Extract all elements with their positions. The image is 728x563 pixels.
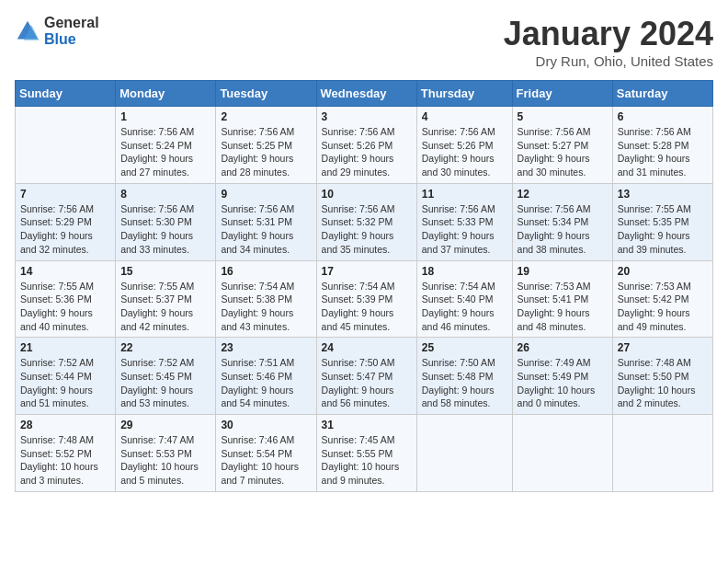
calendar-cell: 17Sunrise: 7:54 AM Sunset: 5:39 PM Dayli… bbox=[316, 260, 416, 338]
calendar-cell: 19Sunrise: 7:53 AM Sunset: 5:41 PM Dayli… bbox=[512, 260, 612, 338]
day-info: Sunrise: 7:56 AM Sunset: 5:28 PM Dayligh… bbox=[618, 125, 708, 179]
day-number: 19 bbox=[518, 265, 608, 278]
weekday-header-monday: Monday bbox=[116, 81, 216, 107]
day-info: Sunrise: 7:55 AM Sunset: 5:36 PM Dayligh… bbox=[20, 280, 110, 334]
day-info: Sunrise: 7:54 AM Sunset: 5:40 PM Dayligh… bbox=[422, 280, 507, 334]
day-number: 3 bbox=[322, 110, 412, 123]
calendar-cell: 1Sunrise: 7:56 AM Sunset: 5:24 PM Daylig… bbox=[116, 107, 216, 184]
day-info: Sunrise: 7:54 AM Sunset: 5:39 PM Dayligh… bbox=[322, 280, 412, 334]
logo: General Blue bbox=[15, 15, 99, 48]
calendar-cell: 11Sunrise: 7:56 AM Sunset: 5:33 PM Dayli… bbox=[416, 183, 512, 260]
weekday-header-row: SundayMondayTuesdayWednesdayThursdayFrid… bbox=[16, 81, 713, 107]
day-number: 23 bbox=[221, 341, 311, 354]
day-info: Sunrise: 7:56 AM Sunset: 5:29 PM Dayligh… bbox=[20, 202, 110, 257]
day-number: 11 bbox=[422, 188, 507, 201]
day-info: Sunrise: 7:46 AM Sunset: 5:54 PM Dayligh… bbox=[221, 433, 311, 488]
day-number: 16 bbox=[221, 265, 311, 278]
day-number: 27 bbox=[618, 341, 708, 354]
calendar-cell: 30Sunrise: 7:46 AM Sunset: 5:54 PM Dayli… bbox=[216, 415, 316, 492]
day-info: Sunrise: 7:55 AM Sunset: 5:37 PM Dayligh… bbox=[120, 280, 210, 334]
day-number: 31 bbox=[322, 419, 412, 431]
day-number: 24 bbox=[322, 341, 412, 354]
calendar-title: January 2024 bbox=[504, 15, 713, 53]
calendar-cell: 2Sunrise: 7:56 AM Sunset: 5:25 PM Daylig… bbox=[216, 107, 316, 184]
calendar-cell: 29Sunrise: 7:47 AM Sunset: 5:53 PM Dayli… bbox=[116, 415, 216, 492]
calendar-cell: 24Sunrise: 7:50 AM Sunset: 5:47 PM Dayli… bbox=[316, 338, 416, 415]
calendar-cell: 12Sunrise: 7:56 AM Sunset: 5:34 PM Dayli… bbox=[512, 183, 612, 260]
day-info: Sunrise: 7:50 AM Sunset: 5:47 PM Dayligh… bbox=[322, 356, 412, 410]
calendar-cell: 28Sunrise: 7:48 AM Sunset: 5:52 PM Dayli… bbox=[16, 415, 116, 492]
calendar-cell: 14Sunrise: 7:55 AM Sunset: 5:36 PM Dayli… bbox=[16, 260, 116, 338]
day-number: 4 bbox=[422, 110, 507, 123]
day-number: 17 bbox=[322, 265, 412, 278]
day-number: 30 bbox=[221, 419, 311, 431]
calendar-week-2: 7Sunrise: 7:56 AM Sunset: 5:29 PM Daylig… bbox=[16, 183, 713, 260]
calendar-cell bbox=[612, 415, 712, 492]
logo-text: General Blue bbox=[44, 15, 99, 48]
calendar-cell: 23Sunrise: 7:51 AM Sunset: 5:46 PM Dayli… bbox=[216, 338, 316, 415]
calendar-week-3: 14Sunrise: 7:55 AM Sunset: 5:36 PM Dayli… bbox=[16, 260, 713, 338]
day-info: Sunrise: 7:56 AM Sunset: 5:33 PM Dayligh… bbox=[422, 202, 507, 257]
calendar-cell: 13Sunrise: 7:55 AM Sunset: 5:35 PM Dayli… bbox=[612, 183, 712, 260]
weekday-header-wednesday: Wednesday bbox=[316, 81, 416, 107]
calendar-cell bbox=[512, 415, 612, 492]
day-info: Sunrise: 7:52 AM Sunset: 5:45 PM Dayligh… bbox=[120, 356, 210, 410]
calendar-cell: 16Sunrise: 7:54 AM Sunset: 5:38 PM Dayli… bbox=[216, 260, 316, 338]
day-number: 2 bbox=[221, 110, 311, 123]
calendar-cell: 6Sunrise: 7:56 AM Sunset: 5:28 PM Daylig… bbox=[612, 107, 712, 184]
page-header: General Blue January 2024 Dry Run, Ohio,… bbox=[15, 15, 713, 69]
day-number: 15 bbox=[120, 265, 210, 278]
calendar-cell: 26Sunrise: 7:49 AM Sunset: 5:49 PM Dayli… bbox=[512, 338, 612, 415]
day-number: 14 bbox=[20, 265, 110, 278]
weekday-header-saturday: Saturday bbox=[612, 81, 712, 107]
day-number: 26 bbox=[518, 341, 608, 354]
calendar-cell: 4Sunrise: 7:56 AM Sunset: 5:26 PM Daylig… bbox=[416, 107, 512, 184]
calendar-week-1: 1Sunrise: 7:56 AM Sunset: 5:24 PM Daylig… bbox=[16, 107, 713, 184]
day-info: Sunrise: 7:51 AM Sunset: 5:46 PM Dayligh… bbox=[221, 356, 311, 410]
weekday-header-friday: Friday bbox=[512, 81, 612, 107]
day-info: Sunrise: 7:54 AM Sunset: 5:38 PM Dayligh… bbox=[221, 280, 311, 334]
day-number: 9 bbox=[221, 188, 311, 201]
calendar-cell: 8Sunrise: 7:56 AM Sunset: 5:30 PM Daylig… bbox=[116, 183, 216, 260]
day-number: 22 bbox=[120, 341, 210, 354]
weekday-header-thursday: Thursday bbox=[416, 81, 512, 107]
day-info: Sunrise: 7:56 AM Sunset: 5:26 PM Dayligh… bbox=[422, 125, 507, 179]
calendar-cell: 25Sunrise: 7:50 AM Sunset: 5:48 PM Dayli… bbox=[416, 338, 512, 415]
day-number: 29 bbox=[120, 419, 210, 431]
calendar-cell: 5Sunrise: 7:56 AM Sunset: 5:27 PM Daylig… bbox=[512, 107, 612, 184]
day-number: 20 bbox=[618, 265, 708, 278]
location-subtitle: Dry Run, Ohio, United States bbox=[504, 53, 713, 69]
calendar-cell: 9Sunrise: 7:56 AM Sunset: 5:31 PM Daylig… bbox=[216, 183, 316, 260]
day-number: 25 bbox=[422, 341, 507, 354]
day-info: Sunrise: 7:48 AM Sunset: 5:52 PM Dayligh… bbox=[20, 433, 110, 488]
day-info: Sunrise: 7:52 AM Sunset: 5:44 PM Dayligh… bbox=[20, 356, 110, 410]
day-number: 12 bbox=[518, 188, 608, 201]
day-number: 7 bbox=[20, 188, 110, 201]
day-info: Sunrise: 7:53 AM Sunset: 5:41 PM Dayligh… bbox=[518, 280, 608, 334]
day-info: Sunrise: 7:47 AM Sunset: 5:53 PM Dayligh… bbox=[120, 433, 210, 488]
day-number: 5 bbox=[518, 110, 608, 123]
calendar-week-4: 21Sunrise: 7:52 AM Sunset: 5:44 PM Dayli… bbox=[16, 338, 713, 415]
logo-icon bbox=[15, 18, 40, 44]
day-info: Sunrise: 7:49 AM Sunset: 5:49 PM Dayligh… bbox=[518, 356, 608, 410]
calendar-cell: 15Sunrise: 7:55 AM Sunset: 5:37 PM Dayli… bbox=[116, 260, 216, 338]
day-info: Sunrise: 7:56 AM Sunset: 5:30 PM Dayligh… bbox=[120, 202, 210, 257]
calendar-cell bbox=[416, 415, 512, 492]
day-info: Sunrise: 7:55 AM Sunset: 5:35 PM Dayligh… bbox=[618, 202, 708, 257]
calendar-table: SundayMondayTuesdayWednesdayThursdayFrid… bbox=[15, 80, 713, 492]
day-info: Sunrise: 7:56 AM Sunset: 5:31 PM Dayligh… bbox=[221, 202, 311, 257]
calendar-cell bbox=[16, 107, 116, 184]
day-info: Sunrise: 7:56 AM Sunset: 5:27 PM Dayligh… bbox=[518, 125, 608, 179]
day-info: Sunrise: 7:56 AM Sunset: 5:26 PM Dayligh… bbox=[322, 125, 412, 179]
day-number: 6 bbox=[618, 110, 708, 123]
calendar-cell: 31Sunrise: 7:45 AM Sunset: 5:55 PM Dayli… bbox=[316, 415, 416, 492]
day-info: Sunrise: 7:56 AM Sunset: 5:32 PM Dayligh… bbox=[322, 202, 412, 257]
calendar-body: 1Sunrise: 7:56 AM Sunset: 5:24 PM Daylig… bbox=[16, 107, 713, 492]
day-info: Sunrise: 7:48 AM Sunset: 5:50 PM Dayligh… bbox=[618, 356, 708, 410]
calendar-cell: 18Sunrise: 7:54 AM Sunset: 5:40 PM Dayli… bbox=[416, 260, 512, 338]
day-number: 8 bbox=[120, 188, 210, 201]
weekday-header-sunday: Sunday bbox=[16, 81, 116, 107]
day-info: Sunrise: 7:50 AM Sunset: 5:48 PM Dayligh… bbox=[422, 356, 507, 410]
day-info: Sunrise: 7:56 AM Sunset: 5:25 PM Dayligh… bbox=[221, 125, 311, 179]
calendar-cell: 20Sunrise: 7:53 AM Sunset: 5:42 PM Dayli… bbox=[612, 260, 712, 338]
